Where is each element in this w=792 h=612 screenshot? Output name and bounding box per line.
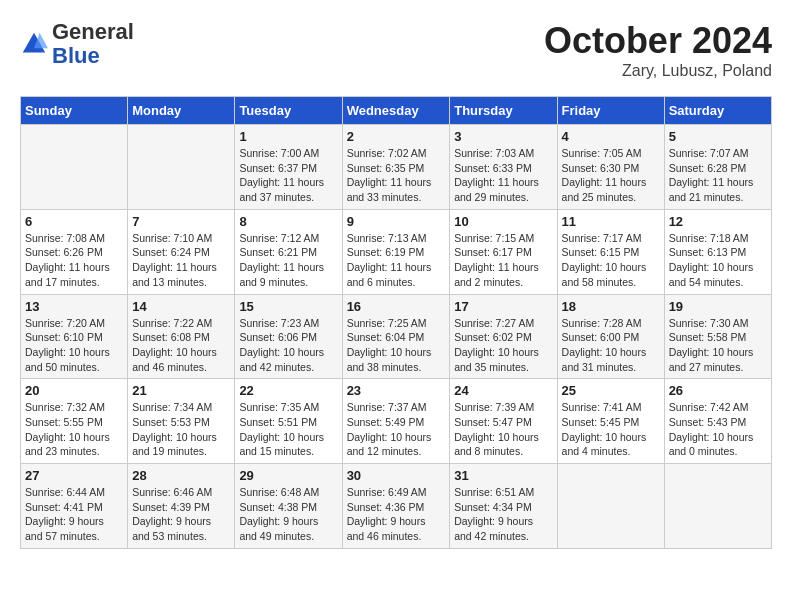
day-detail: Sunrise: 7:18 AM Sunset: 6:13 PM Dayligh… [669,231,767,290]
day-number: 8 [239,214,337,229]
calendar-cell: 11Sunrise: 7:17 AM Sunset: 6:15 PM Dayli… [557,209,664,294]
week-row-3: 13Sunrise: 7:20 AM Sunset: 6:10 PM Dayli… [21,294,772,379]
page-header: General Blue October 2024 Zary, Lubusz, … [20,20,772,80]
day-number: 18 [562,299,660,314]
day-detail: Sunrise: 7:03 AM Sunset: 6:33 PM Dayligh… [454,146,552,205]
day-detail: Sunrise: 6:48 AM Sunset: 4:38 PM Dayligh… [239,485,337,544]
week-row-1: 1Sunrise: 7:00 AM Sunset: 6:37 PM Daylig… [21,125,772,210]
day-detail: Sunrise: 7:13 AM Sunset: 6:19 PM Dayligh… [347,231,446,290]
day-detail: Sunrise: 7:00 AM Sunset: 6:37 PM Dayligh… [239,146,337,205]
day-detail: Sunrise: 6:46 AM Sunset: 4:39 PM Dayligh… [132,485,230,544]
calendar-cell: 2Sunrise: 7:02 AM Sunset: 6:35 PM Daylig… [342,125,450,210]
calendar-cell: 16Sunrise: 7:25 AM Sunset: 6:04 PM Dayli… [342,294,450,379]
logo-icon [20,30,48,58]
day-detail: Sunrise: 7:32 AM Sunset: 5:55 PM Dayligh… [25,400,123,459]
calendar-cell: 14Sunrise: 7:22 AM Sunset: 6:08 PM Dayli… [128,294,235,379]
calendar-cell: 26Sunrise: 7:42 AM Sunset: 5:43 PM Dayli… [664,379,771,464]
calendar-cell: 25Sunrise: 7:41 AM Sunset: 5:45 PM Dayli… [557,379,664,464]
calendar-cell: 3Sunrise: 7:03 AM Sunset: 6:33 PM Daylig… [450,125,557,210]
day-number: 26 [669,383,767,398]
weekday-header-row: SundayMondayTuesdayWednesdayThursdayFrid… [21,97,772,125]
day-number: 13 [25,299,123,314]
day-number: 5 [669,129,767,144]
calendar-cell: 20Sunrise: 7:32 AM Sunset: 5:55 PM Dayli… [21,379,128,464]
day-number: 14 [132,299,230,314]
calendar-cell: 29Sunrise: 6:48 AM Sunset: 4:38 PM Dayli… [235,464,342,549]
day-number: 23 [347,383,446,398]
day-number: 10 [454,214,552,229]
day-detail: Sunrise: 6:44 AM Sunset: 4:41 PM Dayligh… [25,485,123,544]
day-detail: Sunrise: 6:51 AM Sunset: 4:34 PM Dayligh… [454,485,552,544]
calendar-cell: 30Sunrise: 6:49 AM Sunset: 4:36 PM Dayli… [342,464,450,549]
day-number: 17 [454,299,552,314]
calendar-cell: 1Sunrise: 7:00 AM Sunset: 6:37 PM Daylig… [235,125,342,210]
calendar-cell: 10Sunrise: 7:15 AM Sunset: 6:17 PM Dayli… [450,209,557,294]
day-number: 24 [454,383,552,398]
calendar-table: SundayMondayTuesdayWednesdayThursdayFrid… [20,96,772,549]
calendar-cell: 22Sunrise: 7:35 AM Sunset: 5:51 PM Dayli… [235,379,342,464]
day-detail: Sunrise: 7:42 AM Sunset: 5:43 PM Dayligh… [669,400,767,459]
calendar-cell: 18Sunrise: 7:28 AM Sunset: 6:00 PM Dayli… [557,294,664,379]
day-detail: Sunrise: 7:35 AM Sunset: 5:51 PM Dayligh… [239,400,337,459]
day-number: 2 [347,129,446,144]
day-number: 15 [239,299,337,314]
week-row-5: 27Sunrise: 6:44 AM Sunset: 4:41 PM Dayli… [21,464,772,549]
weekday-header-monday: Monday [128,97,235,125]
title-block: October 2024 Zary, Lubusz, Poland [544,20,772,80]
day-number: 31 [454,468,552,483]
day-detail: Sunrise: 7:27 AM Sunset: 6:02 PM Dayligh… [454,316,552,375]
logo: General Blue [20,20,134,68]
logo-text: General Blue [52,20,134,68]
calendar-cell [664,464,771,549]
calendar-cell [21,125,128,210]
day-number: 1 [239,129,337,144]
calendar-cell: 13Sunrise: 7:20 AM Sunset: 6:10 PM Dayli… [21,294,128,379]
calendar-cell: 7Sunrise: 7:10 AM Sunset: 6:24 PM Daylig… [128,209,235,294]
day-number: 27 [25,468,123,483]
day-detail: Sunrise: 7:34 AM Sunset: 5:53 PM Dayligh… [132,400,230,459]
day-number: 30 [347,468,446,483]
weekday-header-thursday: Thursday [450,97,557,125]
calendar-cell: 5Sunrise: 7:07 AM Sunset: 6:28 PM Daylig… [664,125,771,210]
day-number: 22 [239,383,337,398]
calendar-cell: 17Sunrise: 7:27 AM Sunset: 6:02 PM Dayli… [450,294,557,379]
calendar-cell [557,464,664,549]
day-detail: Sunrise: 7:05 AM Sunset: 6:30 PM Dayligh… [562,146,660,205]
day-detail: Sunrise: 7:12 AM Sunset: 6:21 PM Dayligh… [239,231,337,290]
calendar-cell: 19Sunrise: 7:30 AM Sunset: 5:58 PM Dayli… [664,294,771,379]
day-detail: Sunrise: 7:37 AM Sunset: 5:49 PM Dayligh… [347,400,446,459]
day-number: 20 [25,383,123,398]
day-detail: Sunrise: 7:20 AM Sunset: 6:10 PM Dayligh… [25,316,123,375]
day-detail: Sunrise: 7:41 AM Sunset: 5:45 PM Dayligh… [562,400,660,459]
day-detail: Sunrise: 7:25 AM Sunset: 6:04 PM Dayligh… [347,316,446,375]
day-number: 19 [669,299,767,314]
calendar-cell: 27Sunrise: 6:44 AM Sunset: 4:41 PM Dayli… [21,464,128,549]
calendar-cell: 31Sunrise: 6:51 AM Sunset: 4:34 PM Dayli… [450,464,557,549]
calendar-cell [128,125,235,210]
day-number: 21 [132,383,230,398]
calendar-cell: 23Sunrise: 7:37 AM Sunset: 5:49 PM Dayli… [342,379,450,464]
day-number: 29 [239,468,337,483]
day-detail: Sunrise: 7:15 AM Sunset: 6:17 PM Dayligh… [454,231,552,290]
calendar-cell: 8Sunrise: 7:12 AM Sunset: 6:21 PM Daylig… [235,209,342,294]
day-detail: Sunrise: 7:22 AM Sunset: 6:08 PM Dayligh… [132,316,230,375]
day-number: 4 [562,129,660,144]
day-number: 25 [562,383,660,398]
day-number: 11 [562,214,660,229]
day-detail: Sunrise: 7:08 AM Sunset: 6:26 PM Dayligh… [25,231,123,290]
day-detail: Sunrise: 7:17 AM Sunset: 6:15 PM Dayligh… [562,231,660,290]
week-row-2: 6Sunrise: 7:08 AM Sunset: 6:26 PM Daylig… [21,209,772,294]
day-detail: Sunrise: 7:39 AM Sunset: 5:47 PM Dayligh… [454,400,552,459]
day-number: 3 [454,129,552,144]
day-number: 16 [347,299,446,314]
day-number: 6 [25,214,123,229]
day-number: 28 [132,468,230,483]
month-title: October 2024 [544,20,772,62]
day-detail: Sunrise: 7:02 AM Sunset: 6:35 PM Dayligh… [347,146,446,205]
logo-general: General [52,20,134,44]
day-detail: Sunrise: 7:30 AM Sunset: 5:58 PM Dayligh… [669,316,767,375]
calendar-cell: 28Sunrise: 6:46 AM Sunset: 4:39 PM Dayli… [128,464,235,549]
calendar-cell: 4Sunrise: 7:05 AM Sunset: 6:30 PM Daylig… [557,125,664,210]
calendar-cell: 15Sunrise: 7:23 AM Sunset: 6:06 PM Dayli… [235,294,342,379]
weekday-header-wednesday: Wednesday [342,97,450,125]
